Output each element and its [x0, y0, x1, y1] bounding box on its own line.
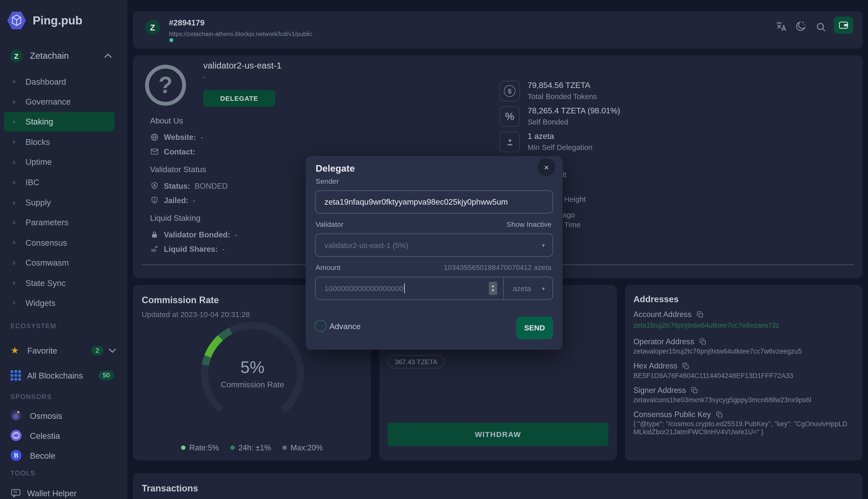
sender-input[interactable]: zeta19nfaqu9wr0fktyyampva98ec025kjy0phww…: [315, 190, 553, 214]
sender-label: Sender: [316, 177, 339, 185]
legend-dot-24h: [230, 445, 235, 450]
occluded-text: Height: [564, 195, 586, 204]
chevron-right-icon: [13, 218, 15, 226]
chevron-down-icon[interactable]: [108, 347, 117, 353]
endpoint-url: https://zetachain-athens.blockpi.network…: [169, 31, 312, 37]
chevron-up-icon[interactable]: [103, 53, 113, 59]
copy-icon[interactable]: [691, 387, 698, 394]
language-icon[interactable]: [775, 21, 787, 33]
sidebar-item-all-blockchains[interactable]: All Blockchains 50: [5, 365, 122, 385]
chain-name: Zetachain: [30, 51, 103, 61]
stat-total-bonded: 79,854.56 TZETA Total Bonded Tokens: [499, 81, 597, 101]
shield-icon: [150, 181, 159, 190]
validator-name: validator2-us-east-1: [203, 61, 282, 71]
number-stepper[interactable]: [489, 282, 497, 295]
stepper-up-icon: [491, 284, 495, 288]
envelope-icon: [150, 147, 159, 156]
chevron-right-icon: [13, 258, 15, 267]
sidebar-item-supply[interactable]: Supply: [4, 192, 115, 212]
send-button[interactable]: SEND: [516, 317, 553, 339]
delegate-modal: Delegate Sender zeta19nfaqu9wr0fktyyampv…: [306, 156, 563, 350]
sidebar-item-cosmwasm[interactable]: Cosmwasm: [4, 253, 115, 273]
sidebar-item-blocks[interactable]: Blocks: [4, 132, 115, 152]
show-inactive-toggle[interactable]: Show Inactive: [507, 220, 551, 229]
block-height: #2894179: [169, 18, 312, 27]
chevron-right-icon: [13, 298, 15, 307]
grid-icon: [11, 370, 21, 380]
becole-icon: B: [11, 450, 22, 461]
dark-mode-icon[interactable]: [795, 21, 807, 32]
sidebar-item-uptime[interactable]: Uptime: [4, 152, 115, 172]
commission-updated: Updated at 2023-10-04 20:31:28: [142, 311, 250, 319]
hex-address-value: BE5F1D9A76F4604C1114404248EF13D1FFF72A33: [633, 372, 852, 380]
chevron-right-icon: [13, 117, 15, 126]
waves-icon: [150, 244, 159, 253]
advance-checkbox[interactable]: [314, 320, 326, 332]
liquid-shares-row: Liquid Shares:-: [150, 244, 225, 253]
close-icon[interactable]: [538, 158, 555, 176]
jailed-row: Jailed:-: [150, 196, 195, 205]
chevron-down-icon: [542, 285, 545, 291]
copy-icon[interactable]: [699, 338, 706, 345]
chevron-right-icon: [13, 157, 15, 166]
osmosis-icon: [11, 410, 22, 421]
sidebar-item-ibc[interactable]: IBC: [4, 172, 115, 192]
validator-select[interactable]: validator2-us-east-1 (5%): [315, 234, 553, 257]
endpoint-selector[interactable]: Z #2894179 https://zetachain-athens.bloc…: [145, 18, 312, 37]
consensus-pubkey-value: { "@type": "/cosmos.crypto.ed25519.PubKe…: [633, 420, 852, 437]
about-title: About Us: [150, 116, 183, 125]
chevron-right-icon: [13, 177, 15, 186]
chevron-right-icon: [13, 77, 15, 85]
shield-alert-icon: [150, 196, 159, 205]
sidebar-item-consensus[interactable]: Consensus: [4, 232, 115, 253]
legend-rate: Rate:5%: [181, 443, 219, 452]
contact-row: Contact:: [150, 147, 195, 156]
legend-24h: 24h: ±1%: [230, 443, 271, 452]
chain-logo-icon: Z: [145, 20, 160, 35]
wallet-button[interactable]: [834, 17, 853, 34]
chevron-right-icon: [13, 197, 15, 206]
brand[interactable]: Ping.pub: [7, 9, 82, 32]
consensus-pubkey-label: Consensus Public Key: [633, 410, 723, 419]
copy-icon[interactable]: [697, 311, 704, 318]
app-viewport: Ping.pub Z Zetachain Dashboard Governanc…: [0, 0, 868, 499]
divider: [503, 277, 504, 300]
sidebar-item-widgets[interactable]: Widgets: [4, 293, 115, 313]
modal-title: Delegate: [316, 163, 355, 174]
chevron-right-icon: [13, 278, 15, 287]
copy-icon[interactable]: [682, 362, 690, 369]
status-title: Validator Status: [150, 165, 206, 174]
operator-address-label: Operator Address: [633, 337, 706, 346]
zetachain-logo-icon: Z: [10, 49, 23, 62]
sidebar-item-state-sync[interactable]: State Sync: [4, 273, 115, 293]
addresses-card: Addresses Account Address zeta15ruj2tc76…: [625, 285, 863, 460]
account-address-value[interactable]: zeta15ruj2tc76pnj9xtw64utktee7cc7w6vzaes…: [633, 321, 852, 330]
stat-min-self-delegation: 1 azeta Min Self Delegation: [499, 132, 592, 152]
sidebar-item-dashboard[interactable]: Dashboard: [4, 71, 115, 92]
addresses-title: Addresses: [633, 294, 679, 304]
copy-icon[interactable]: [716, 411, 723, 418]
sponsor-celestia[interactable]: Celestia: [5, 425, 122, 445]
chain-selector[interactable]: Z Zetachain: [5, 45, 122, 66]
sidebar: Ping.pub Z Zetachain Dashboard Governanc…: [0, 0, 127, 499]
delegate-button[interactable]: DELEGATE: [203, 90, 275, 107]
amount-input[interactable]: 1000000000000000000 azeta: [315, 277, 553, 300]
operator-address-value: zetavaloper15ruj2tc76pnj9xtw64utktee7cc7…: [633, 348, 852, 356]
withdraw-button[interactable]: WITHDRAW: [388, 423, 608, 446]
occluded-text: ago: [563, 211, 575, 219]
website-row: Website:-: [150, 133, 203, 142]
sponsor-osmosis[interactable]: Osmosis: [5, 405, 122, 425]
denom-select[interactable]: azeta: [513, 284, 531, 292]
sidebar-item-staking[interactable]: Staking: [4, 112, 115, 132]
sidebar-item-favorite[interactable]: Favorite 2: [5, 340, 122, 360]
svg-text:?!: ?!: [13, 490, 17, 494]
sidebar-item-governance[interactable]: Governance: [4, 92, 115, 112]
liquid-title: Liquid Staking: [150, 214, 201, 222]
search-icon[interactable]: [816, 22, 827, 33]
sender-value: zeta19nfaqu9wr0fktyyampva98ec025kjy0phww…: [324, 198, 508, 206]
sidebar-item-wallet-helper[interactable]: ?! Wallet Helper: [5, 483, 122, 499]
sidebar-item-parameters[interactable]: Parameters: [4, 212, 115, 232]
gauge-sublabel: Commission Rate: [221, 380, 284, 389]
brand-title: Ping.pub: [33, 14, 82, 27]
sponsor-becole[interactable]: B Becole: [5, 445, 122, 465]
